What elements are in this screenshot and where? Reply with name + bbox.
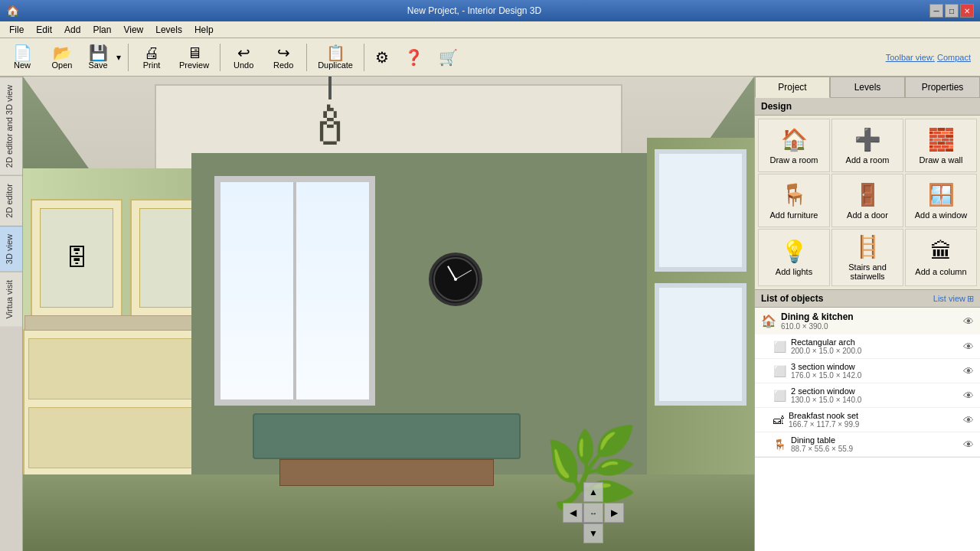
duplicate-button[interactable]: 📋 Duplicate: [311, 41, 360, 74]
separator-3: [306, 44, 307, 71]
tab-properties[interactable]: Properties: [905, 77, 980, 97]
window2-info: 2 section window 130.0 × 15.0 × 140.0: [791, 386, 959, 404]
visibility-icon-window2[interactable]: 👁: [963, 390, 974, 402]
duplicate-icon: 📋: [326, 45, 345, 60]
visibility-icon-dining[interactable]: 👁: [963, 315, 974, 328]
save-label: Save: [88, 60, 107, 70]
menu-levels[interactable]: Levels: [149, 23, 188, 37]
stairs-button[interactable]: 🪜 Stairs and stairwells: [831, 229, 903, 286]
menu-file[interactable]: File: [3, 23, 30, 37]
add-window-button[interactable]: 🪟 Add a window: [905, 174, 977, 227]
object-item-breakfast-nook[interactable]: 🛋 Breakfast nook set 166.7 × 117.7 × 99.…: [755, 408, 980, 432]
table-info: Dining table 88.7 × 55.6 × 55.9: [791, 435, 959, 453]
objects-list[interactable]: 🏠 Dining & kitchen 610.0 × 390.0 👁 ⬜ Rec…: [755, 308, 980, 551]
redo-button[interactable]: ↪ Redo: [264, 41, 302, 74]
menu-plan[interactable]: Plan: [87, 23, 117, 37]
add-column-button[interactable]: 🏛 Add a column: [905, 229, 977, 286]
nav-down-button[interactable]: ▼: [583, 523, 603, 543]
object-item-2-section-window[interactable]: ⬜ 2 section window 130.0 × 15.0 × 140.0 …: [755, 383, 980, 408]
nook-icon: 🛋: [773, 414, 784, 426]
preview-label: Preview: [179, 60, 209, 70]
object-item-3-section-window[interactable]: ⬜ 3 section window 176.0 × 15.0 × 142.0 …: [755, 359, 980, 383]
right-panel-2: [655, 283, 746, 406]
cabinet-glass-left: 🗄: [40, 208, 113, 308]
window3-dims: 176.0 × 15.0 × 142.0: [791, 371, 959, 380]
menu-edit[interactable]: Edit: [30, 23, 58, 37]
coffee-table: [279, 459, 494, 486]
sofa: [253, 413, 521, 459]
sidebar-tab-3d[interactable]: 3D view: [0, 226, 22, 272]
visibility-icon-table[interactable]: 👁: [963, 439, 974, 451]
nav-right-button[interactable]: ▶: [604, 503, 624, 523]
menu-help[interactable]: Help: [188, 23, 220, 37]
nook-dims: 166.7 × 117.7 × 99.9: [789, 420, 959, 429]
settings-button[interactable]: ⚙: [368, 41, 396, 74]
visibility-icon-arch[interactable]: 👁: [963, 341, 974, 353]
draw-room-button[interactable]: 🏠 Draw a room: [758, 119, 830, 172]
tab-levels[interactable]: Levels: [830, 77, 905, 97]
app-icon: 🏠: [6, 5, 19, 17]
visibility-icon-nook[interactable]: 👁: [963, 414, 974, 426]
menu-view[interactable]: View: [117, 23, 149, 37]
nav-center: ↔: [583, 503, 603, 523]
undo-icon: ↩: [237, 45, 250, 60]
add-room-button[interactable]: ➕ Add a room: [831, 119, 903, 172]
window-controls: ─ □ ✕: [929, 4, 974, 18]
new-button[interactable]: 📄 New: [3, 41, 41, 74]
menu-add[interactable]: Add: [58, 23, 87, 37]
draw-room-icon: 🏠: [781, 127, 808, 152]
stairs-label: Stairs and stairwells: [834, 262, 901, 281]
add-door-label: Add a door: [847, 210, 888, 220]
objects-title: List of objects: [761, 293, 823, 304]
nav-left-button[interactable]: ◀: [563, 503, 583, 523]
add-furniture-icon: 🪑: [781, 182, 808, 207]
open-button[interactable]: 📂 Open: [43, 41, 81, 74]
group-name-dining: Dining & kitchen: [781, 311, 959, 322]
save-dropdown-button[interactable]: ▾: [113, 41, 124, 74]
restore-button[interactable]: □: [945, 4, 959, 18]
add-furniture-button[interactable]: 🪑 Add furniture: [758, 174, 830, 227]
nav-empty-tr: [604, 482, 624, 502]
sidebar-tab-virtual[interactable]: Virtua visit: [0, 272, 22, 327]
help-button[interactable]: ❓: [397, 41, 430, 74]
compact-link[interactable]: Compact: [937, 53, 971, 62]
draw-wall-button[interactable]: 🧱 Draw a wall: [905, 119, 977, 172]
object-item-dining-table[interactable]: 🪑 Dining table 88.7 × 55.6 × 55.9 👁: [755, 432, 980, 457]
buy-button[interactable]: 🛒: [432, 41, 465, 74]
close-button[interactable]: ✕: [960, 4, 974, 18]
draw-wall-icon: 🧱: [928, 127, 955, 152]
undo-label: Undo: [234, 60, 253, 70]
minimize-button[interactable]: ─: [929, 4, 943, 18]
save-button[interactable]: 💾 Save: [83, 41, 113, 74]
sidebar-tab-2d[interactable]: 2D editor: [0, 175, 22, 226]
visibility-icon-window3[interactable]: 👁: [963, 365, 974, 377]
save-icon: 💾: [89, 45, 108, 60]
tab-project[interactable]: Project: [755, 77, 830, 98]
undo-button[interactable]: ↩ Undo: [224, 41, 263, 74]
add-door-button[interactable]: 🚪 Add a door: [831, 174, 903, 227]
design-header: Design: [755, 98, 980, 116]
list-view-button[interactable]: List view ⊞: [933, 294, 974, 304]
draw-wall-label: Draw a wall: [920, 155, 963, 165]
add-window-icon: 🪟: [928, 182, 955, 207]
table-dims: 88.7 × 55.6 × 55.9: [791, 445, 959, 453]
print-button[interactable]: 🖨 Print: [132, 41, 171, 74]
add-furniture-label: Add furniture: [770, 210, 818, 220]
canvas-area[interactable]: 🕯 🗄: [23, 77, 754, 551]
gear-icon: ⚙: [375, 50, 389, 65]
table-icon: 🪑: [773, 439, 786, 451]
window3-info: 3 section window 176.0 × 15.0 × 142.0: [791, 362, 959, 380]
arch-dims: 200.0 × 15.0 × 200.0: [791, 347, 959, 355]
object-item-rectangular-arch[interactable]: ⬜ Rectangular arch 200.0 × 15.0 × 200.0 …: [755, 334, 980, 359]
nav-up-button[interactable]: ▲: [583, 482, 603, 502]
arch-name: Rectangular arch: [791, 337, 959, 347]
sidebar-tab-2d-3d[interactable]: 2D editor and 3D view: [0, 77, 22, 175]
group-info-dining: Dining & kitchen 610.0 × 390.0: [781, 311, 959, 331]
add-lights-button[interactable]: 💡 Add lights: [758, 229, 830, 286]
preview-button[interactable]: 🖥 Preview: [172, 41, 216, 74]
add-room-icon: ➕: [854, 127, 881, 152]
design-grid: 🏠 Draw a room ➕ Add a room 🧱 Draw a wall…: [755, 116, 980, 289]
object-group-header-dining[interactable]: 🏠 Dining & kitchen 610.0 × 390.0 👁: [755, 308, 980, 334]
clock-center: [454, 278, 457, 281]
clock-hand-minute: [456, 270, 472, 280]
